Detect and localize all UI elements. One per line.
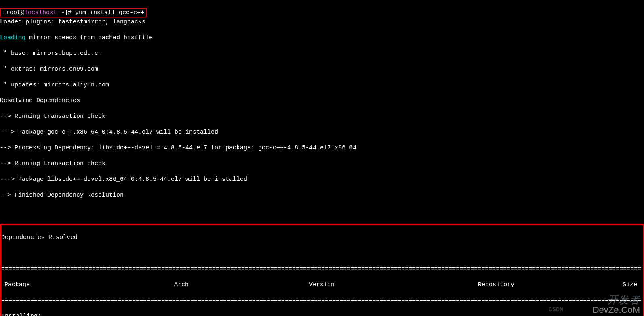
header-package: Package — [1, 281, 174, 289]
prompt-user: root — [6, 9, 21, 16]
csdn-watermark: CSDN — [549, 306, 563, 314]
prompt-path: ~ — [57, 9, 64, 16]
output-line: ---> Package libstdc++-devel.x86_64 0:4.… — [0, 176, 644, 184]
loading-text: mirror speeds from cached hostfile — [25, 34, 153, 41]
blank-line — [1, 249, 643, 257]
command-text: yum install gcc-c++ — [75, 9, 144, 16]
at-sign: @ — [21, 9, 24, 16]
output-line: --> Running transaction check — [0, 113, 644, 121]
separator-line: ========================================… — [1, 265, 643, 273]
separator-line: ========================================… — [1, 297, 643, 305]
loading-label: Loading — [0, 34, 25, 41]
blank-line — [0, 207, 644, 215]
installing-label: Installing: — [1, 312, 643, 316]
output-line: --> Running transaction check — [0, 160, 644, 168]
output-line: Loaded plugins: fastestmirror, langpacks — [0, 18, 644, 26]
prompt-host: localhost — [24, 9, 57, 16]
output-line: * extras: mirrors.cn99.com — [0, 65, 644, 73]
table-header-row: Package Arch Version Repository Size — [1, 281, 643, 289]
header-arch: Arch — [174, 281, 309, 289]
bracket: [ — [2, 9, 6, 16]
output-line: ---> Package gcc-c++.x86_64 0:4.8.5-44.e… — [0, 128, 644, 136]
output-line: --> Finished Dependency Resolution — [0, 191, 644, 199]
output-line: --> Processing Dependency: libstdc++-dev… — [0, 144, 644, 152]
deps-title: Dependencies Resolved — [1, 234, 643, 242]
header-size: Size — [611, 281, 642, 289]
command-prompt-highlight: [root@localhost ~]# yum install gcc-c++ — [0, 8, 147, 18]
header-version: Version — [309, 281, 478, 289]
output-line: Resolving Dependencies — [0, 97, 644, 105]
dependencies-resolved-highlight: Dependencies Resolved ==================… — [0, 224, 644, 316]
watermark-en: DevZe.CoM — [593, 304, 640, 316]
output-line: * base: mirrors.bupt.edu.cn — [0, 50, 644, 58]
terminal-output: [root@localhost ~]# yum install gcc-c++ … — [0, 0, 644, 316]
prompt-hash: ]# — [64, 9, 75, 16]
header-repository: Repository — [478, 281, 611, 289]
output-line: * updates: mirrors.aliyun.com — [0, 81, 644, 89]
output-line: Loading mirror speeds from cached hostfi… — [0, 34, 644, 42]
